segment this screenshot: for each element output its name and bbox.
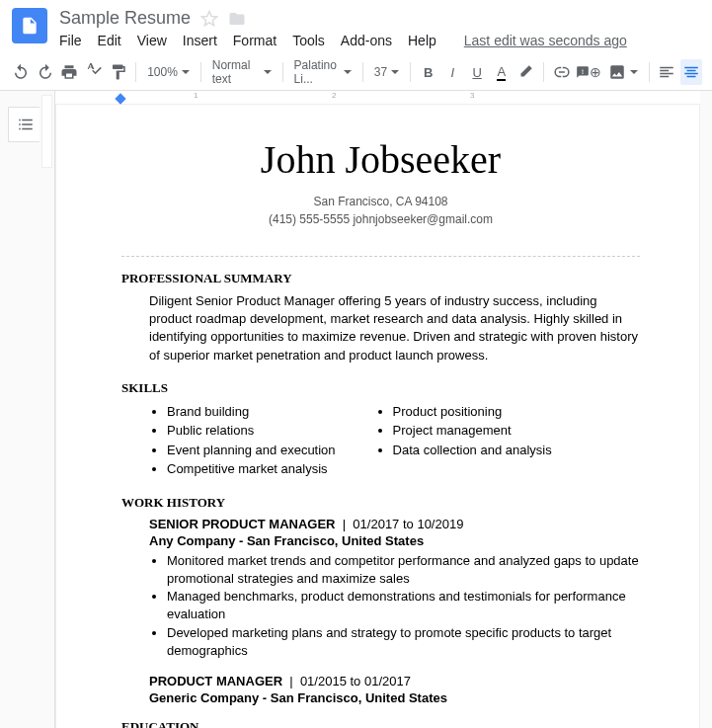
divider xyxy=(121,256,640,257)
menu-addons[interactable]: Add-ons xyxy=(341,33,392,48)
folder-icon[interactable] xyxy=(228,10,246,28)
star-icon[interactable] xyxy=(200,10,218,28)
menu-help[interactable]: Help xyxy=(408,33,436,48)
titlebar: Sample Resume File Edit View Insert Form… xyxy=(0,0,712,48)
work-heading: WORK HISTORY xyxy=(121,495,640,511)
last-edit-link[interactable]: Last edit was seconds ago xyxy=(464,33,627,48)
font-dropdown[interactable]: Palatino Li... xyxy=(290,58,356,86)
zoom-dropdown[interactable]: 100% xyxy=(143,65,194,79)
bold-button[interactable]: B xyxy=(418,59,439,85)
font-size-dropdown[interactable]: 37 xyxy=(370,65,403,79)
text-color-button[interactable]: A xyxy=(491,59,513,85)
insert-image-button[interactable] xyxy=(604,63,642,81)
contact-info: San Francisco, CA 94108 (415) 555-5555 j… xyxy=(121,193,640,228)
horizontal-ruler[interactable]: 1 2 3 xyxy=(55,91,700,105)
italic-button[interactable]: I xyxy=(442,59,464,85)
highlight-button[interactable] xyxy=(515,59,537,85)
outline-toggle[interactable] xyxy=(8,107,43,142)
docs-logo[interactable] xyxy=(12,8,47,43)
paint-format-button[interactable] xyxy=(108,59,129,85)
undo-button[interactable] xyxy=(10,59,32,85)
menu-insert[interactable]: Insert xyxy=(183,33,217,48)
insert-comment-button[interactable]: ⊕ xyxy=(576,59,601,85)
toolbar: 100% Normal text Palatino Li... 37 B I U… xyxy=(0,54,712,91)
menu-tools[interactable]: Tools xyxy=(292,33,325,48)
align-center-button[interactable] xyxy=(680,59,702,85)
menu-edit[interactable]: Edit xyxy=(98,33,121,48)
vertical-ruler xyxy=(40,91,55,728)
underline-button[interactable]: U xyxy=(466,59,488,85)
spellcheck-button[interactable] xyxy=(83,59,105,85)
summary-heading: PROFESSIONAL SUMMARY xyxy=(121,271,640,286)
document-page[interactable]: John Jobseeker San Francisco, CA 94108 (… xyxy=(55,105,700,728)
resume-name: John Jobseeker xyxy=(121,136,640,183)
menu-file[interactable]: File xyxy=(59,33,82,48)
menu-format[interactable]: Format xyxy=(233,33,277,48)
skills-columns: Brand building Public relations Event pl… xyxy=(149,402,640,479)
align-left-button[interactable] xyxy=(657,59,678,85)
summary-text: Diligent Senior Product Manager offering… xyxy=(149,292,640,364)
skills-left: Brand building Public relations Event pl… xyxy=(167,402,336,479)
edu-heading: EDUCATION xyxy=(121,719,640,728)
redo-button[interactable] xyxy=(35,59,56,85)
skills-heading: SKILLS xyxy=(121,380,640,396)
job-2: PRODUCT MANAGER | 01/2015 to 01/2017 Gen… xyxy=(149,674,640,705)
menu-view[interactable]: View xyxy=(137,33,167,48)
job-1: SENIOR PRODUCT MANAGER | 01/2017 to 10/2… xyxy=(149,517,640,660)
print-button[interactable] xyxy=(58,59,80,85)
menubar: File Edit View Insert Format Tools Add-o… xyxy=(59,33,700,48)
insert-link-button[interactable] xyxy=(551,59,573,85)
document-title[interactable]: Sample Resume xyxy=(59,8,191,29)
skills-right: Product positioning Project management D… xyxy=(393,402,552,479)
style-dropdown[interactable]: Normal text xyxy=(208,58,276,86)
